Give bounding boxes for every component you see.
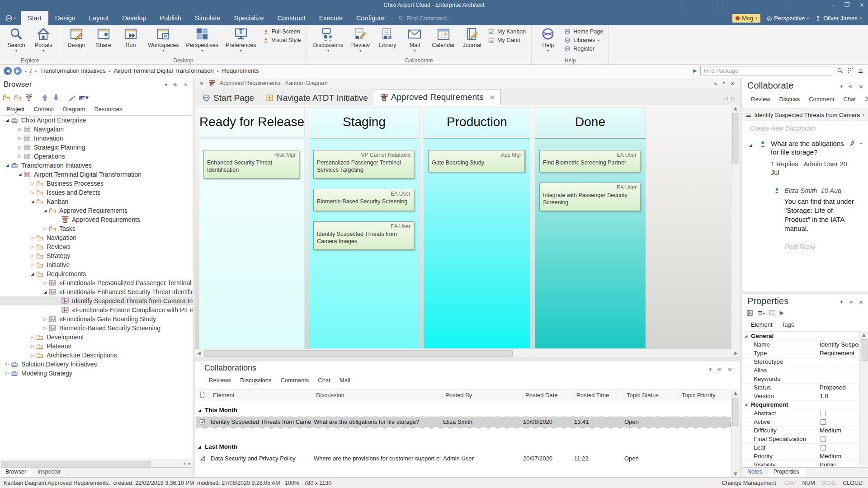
- tree-item[interactable]: ▷Innovation: [0, 134, 193, 143]
- tree-item[interactable]: ◢Kanban: [0, 197, 193, 206]
- post-reply-placeholder[interactable]: Post Reply: [785, 243, 816, 250]
- collapse-thread-icon[interactable]: ◢: [749, 143, 752, 147]
- ribbon-button-run[interactable]: Run: [117, 27, 144, 58]
- tree-item[interactable]: «Functional» Ensure Compliance with PII …: [0, 305, 193, 314]
- user-menu[interactable]: Oliver James▾: [815, 15, 862, 22]
- ribbon-tab-configure[interactable]: Configure: [349, 11, 392, 25]
- tree-collapsed-icon[interactable]: ▷: [16, 154, 24, 159]
- tree-expanded-icon[interactable]: ◢: [4, 163, 11, 168]
- restore-button[interactable]: ❐: [844, 1, 849, 8]
- tab-scroll-left-icon[interactable]: ◁: [724, 95, 727, 101]
- collaborations-tab-comments[interactable]: Comments: [276, 376, 313, 385]
- tree-item[interactable]: Identify Suspected Threats from Camera I…: [0, 296, 193, 305]
- nav-forward-button[interactable]: ▶: [14, 67, 22, 75]
- tree-item[interactable]: ▷Business Processes: [0, 179, 193, 188]
- collaborate-tab-comment[interactable]: Comment: [804, 95, 839, 103]
- column-header-posted-by[interactable]: Posted By: [442, 392, 472, 399]
- nav-back-button[interactable]: ◀: [4, 67, 12, 75]
- property-value[interactable]: 1.0: [820, 393, 859, 399]
- tree-collapsed-icon[interactable]: ▷: [29, 190, 36, 195]
- tree-collapsed-icon[interactable]: ▷: [16, 145, 24, 150]
- layout-options-icon[interactable]: [847, 67, 854, 74]
- property-value[interactable]: Medium: [820, 453, 859, 460]
- breadcrumb-item[interactable]: Requirements: [222, 67, 259, 74]
- column-header-topic-status[interactable]: Topic Status: [623, 392, 659, 399]
- property-value[interactable]: Identify Suspected T...: [820, 341, 859, 348]
- scroll-right-icon[interactable]: ▸: [189, 461, 191, 466]
- messages-badge[interactable]: Msg▾: [732, 14, 760, 23]
- find-command-box[interactable]: Find Command...: [398, 11, 452, 25]
- breadcrumb-root[interactable]: /: [30, 67, 32, 74]
- move-down-icon[interactable]: [52, 94, 60, 101]
- tree-expanded-icon[interactable]: ◢: [4, 118, 11, 122]
- panel-close-icon[interactable]: ×: [183, 81, 188, 88]
- breadcrumb-item[interactable]: Airport Terminal Digital Transformation: [114, 67, 214, 74]
- tab-scroll-right-icon[interactable]: ▷: [731, 95, 735, 101]
- ribbon-tab-execute[interactable]: Execute: [312, 11, 349, 25]
- tree-collapsed-icon[interactable]: ▷: [29, 235, 36, 240]
- ribbon-button-design[interactable]: Design: [63, 27, 90, 58]
- panel-dropdown-icon[interactable]: ▾: [840, 299, 843, 305]
- property-value[interactable]: Public: [820, 461, 859, 466]
- tree-item[interactable]: ▷Plateaus: [0, 342, 193, 351]
- scroll-up-icon[interactable]: ▲: [734, 106, 737, 111]
- find-package-input[interactable]: [700, 66, 833, 75]
- group-header[interactable]: ◢Last Month: [198, 443, 237, 450]
- tree-item[interactable]: ▷Navigation: [0, 125, 193, 134]
- kanban-card[interactable]: EA UserBiometric-Based Security Screenin…: [313, 189, 414, 211]
- search-icon[interactable]: [837, 67, 844, 74]
- pin-icon[interactable]: [173, 82, 178, 87]
- tree-collapsed-icon[interactable]: ▷: [42, 281, 49, 285]
- tree-item[interactable]: ▷Reviews: [0, 242, 193, 251]
- tree-item[interactable]: ▷«Functional» Gate Boarding Study: [0, 314, 193, 324]
- collaborations-tab-reviews[interactable]: Reviews: [204, 376, 236, 385]
- locate-icon[interactable]: [68, 94, 75, 101]
- pin-icon[interactable]: [717, 367, 722, 372]
- column-header-posted-time[interactable]: Posted Time: [573, 392, 609, 399]
- kanban-card[interactable]: EA UserIdentify Suspected Threats from C…: [313, 221, 414, 250]
- document-tab-approved-requirements[interactable]: Approved Requirements×: [374, 89, 501, 105]
- tree-item[interactable]: ▷Operations: [0, 152, 193, 161]
- scroll-up-icon[interactable]: ▲: [734, 390, 737, 395]
- tree-collapsed-icon[interactable]: ▷: [29, 344, 36, 348]
- move-up-icon[interactable]: [41, 94, 48, 101]
- tree-item[interactable]: ◢«Functional» Enhanced Security Threat I…: [0, 287, 193, 296]
- tree-expanded-icon[interactable]: ◢: [29, 199, 36, 204]
- tree-expanded-icon[interactable]: ◢: [16, 172, 24, 177]
- bottom-tab-properties[interactable]: Properties: [768, 468, 805, 477]
- tree-collapsed-icon[interactable]: ▷: [42, 326, 49, 330]
- panel-close-icon[interactable]: ×: [727, 366, 732, 373]
- property-value[interactable]: Proposed: [820, 384, 859, 391]
- tree-item[interactable]: ▷Initiative: [0, 260, 193, 269]
- diagram-hscrollbar[interactable]: ◀ ▶: [195, 349, 740, 357]
- tree-expanded-icon[interactable]: ◢: [42, 290, 49, 294]
- ribbon-button-mail[interactable]: Mail▾: [401, 27, 428, 58]
- tree-expanded-icon[interactable]: ◢: [42, 208, 49, 213]
- column-header-element[interactable]: Element: [210, 392, 235, 399]
- minimize-button[interactable]: –: [831, 1, 835, 8]
- pin-icon[interactable]: [848, 300, 853, 305]
- column-header-topic-priority[interactable]: Topic Priority: [679, 392, 715, 399]
- browser-tab-context[interactable]: Context: [29, 105, 58, 115]
- tab-overflow-icon[interactable]: »: [200, 80, 204, 87]
- panel-dropdown-icon[interactable]: ▾: [840, 84, 843, 89]
- tree-collapsed-icon[interactable]: ▷: [29, 335, 36, 339]
- tree-collapsed-icon[interactable]: ▷: [4, 362, 11, 366]
- scroll-left-icon[interactable]: ◀: [197, 351, 201, 356]
- tree-expanded-icon[interactable]: ◢: [29, 272, 36, 276]
- browser-tab-resources[interactable]: Resources: [90, 105, 127, 115]
- collapse-minus-icon[interactable]: –: [860, 140, 863, 147]
- browser-tab-diagram[interactable]: Diagram: [58, 105, 90, 115]
- collaborate-tab-journal[interactable]: Journal: [860, 95, 868, 103]
- tree-item[interactable]: ▷Tasks: [0, 224, 193, 233]
- expand-arrow-icon[interactable]: ▶: [780, 310, 784, 316]
- ribbon-button-my-gantt[interactable]: My Gantt: [488, 37, 526, 43]
- tree-collapsed-icon[interactable]: ▷: [4, 371, 11, 375]
- ribbon-button-workspaces[interactable]: Workspaces▾: [144, 27, 183, 58]
- ribbon-tab-specialize[interactable]: Specialize: [227, 11, 271, 25]
- tree-item[interactable]: Approved Requirements: [0, 215, 193, 224]
- perspective-selector[interactable]: ◎Perspective▾: [767, 15, 809, 22]
- collaborations-vscrollbar[interactable]: ▲ ▼: [731, 389, 740, 477]
- tree-item[interactable]: ◢Requirements: [0, 269, 193, 278]
- splitter[interactable]: [195, 357, 740, 361]
